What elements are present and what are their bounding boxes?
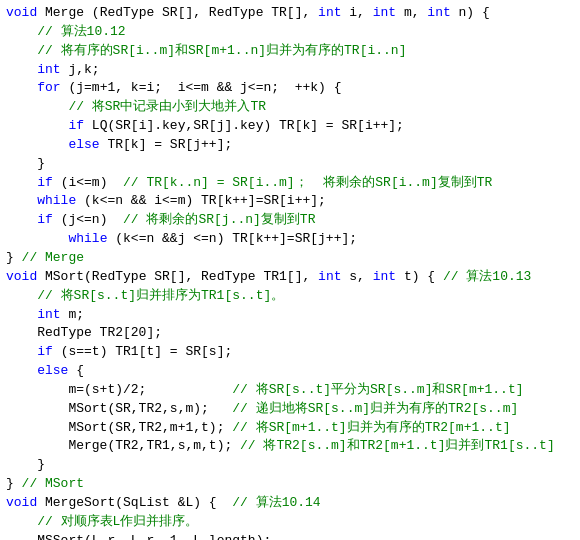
keyword-token: int bbox=[373, 269, 396, 284]
comment-token: // 将剩余的SR[j..n]复制到TR bbox=[123, 212, 315, 227]
keyword-token: int bbox=[318, 269, 341, 284]
code-token bbox=[6, 137, 68, 152]
comment-token: // Merge bbox=[22, 250, 84, 265]
code-line: if (s==t) TR1[t] = SR[s]; bbox=[6, 343, 574, 362]
code-token bbox=[6, 307, 37, 322]
code-token: j,k; bbox=[61, 62, 100, 77]
code-token: (j<=n) bbox=[53, 212, 123, 227]
code-token: } bbox=[6, 156, 45, 171]
code-line: if (i<=m) // TR[k..n] = SR[i..m]； 将剩余的SR… bbox=[6, 174, 574, 193]
code-line: } // MSort bbox=[6, 475, 574, 494]
code-token: MSort(RedType SR[], RedType TR1[], bbox=[37, 269, 318, 284]
code-line: } // Merge bbox=[6, 249, 574, 268]
keyword-token: int bbox=[373, 5, 396, 20]
comment-token: // 将有序的SR[i..m]和SR[m+1..n]归并为有序的TR[i..n] bbox=[6, 43, 406, 58]
code-token bbox=[6, 118, 68, 133]
comment-token: // 将SR[m+1..t]归并为有序的TR2[m+1..t] bbox=[232, 420, 510, 435]
code-line: void MergeSort(SqList &L) { // 算法10.14 bbox=[6, 494, 574, 513]
comment-token: // 算法10.12 bbox=[6, 24, 126, 39]
keyword-token: int bbox=[318, 5, 341, 20]
keyword-token: while bbox=[68, 231, 107, 246]
keyword-token: else bbox=[37, 363, 68, 378]
comment-token: // 递归地将SR[s..m]归并为有序的TR2[s..m] bbox=[232, 401, 518, 416]
comment-token: // 算法10.14 bbox=[232, 495, 320, 510]
code-container: void Merge (RedType SR[], RedType TR[], … bbox=[0, 0, 580, 540]
code-line: for (j=m+1, k=i; i<=m && j<=n; ++k) { bbox=[6, 79, 574, 98]
code-line: while (k<=n &&j <=n) TR[k++]=SR[j++]; bbox=[6, 230, 574, 249]
code-line: while (k<=n && i<=m) TR[k++]=SR[i++]; bbox=[6, 192, 574, 211]
code-token: RedType TR2[20]; bbox=[6, 325, 162, 340]
keyword-token: int bbox=[37, 307, 60, 322]
code-token bbox=[6, 193, 37, 208]
code-line: MSSort(L.r, L.r, 1, L.length); bbox=[6, 532, 574, 540]
code-line: int j,k; bbox=[6, 61, 574, 80]
keyword-token: if bbox=[68, 118, 84, 133]
code-line: // 对顺序表L作归并排序。 bbox=[6, 513, 574, 532]
code-token: TR[k] = SR[j++]; bbox=[100, 137, 233, 152]
code-line: // 算法10.12 bbox=[6, 23, 574, 42]
keyword-token: if bbox=[37, 212, 53, 227]
code-line: void Merge (RedType SR[], RedType TR[], … bbox=[6, 4, 574, 23]
comment-token: // MSort bbox=[22, 476, 84, 491]
code-line: if LQ(SR[i].key,SR[j].key) TR[k] = SR[i+… bbox=[6, 117, 574, 136]
keyword-token: void bbox=[6, 5, 37, 20]
code-line: RedType TR2[20]; bbox=[6, 324, 574, 343]
code-line: MSort(SR,TR2,s,m); // 递归地将SR[s..m]归并为有序的… bbox=[6, 400, 574, 419]
code-token: (j=m+1, k=i; i<=m && j<=n; ++k) { bbox=[61, 80, 342, 95]
comment-token: // 对顺序表L作归并排序。 bbox=[6, 514, 198, 529]
code-line: int m; bbox=[6, 306, 574, 325]
code-token bbox=[6, 62, 37, 77]
keyword-token: void bbox=[6, 269, 37, 284]
keyword-token: if bbox=[37, 175, 53, 190]
code-token: m, bbox=[396, 5, 427, 20]
code-line: Merge(TR2,TR1,s,m,t); // 将TR2[s..m]和TR2[… bbox=[6, 437, 574, 456]
code-line: // 将有序的SR[i..m]和SR[m+1..n]归并为有序的TR[i..n] bbox=[6, 42, 574, 61]
code-token: MSort(SR,TR2,s,m); bbox=[6, 401, 232, 416]
code-token: (s==t) TR1[t] = SR[s]; bbox=[53, 344, 232, 359]
code-token: MSort(SR,TR2,m+1,t); bbox=[6, 420, 232, 435]
code-token: n) { bbox=[451, 5, 490, 20]
keyword-token: int bbox=[37, 62, 60, 77]
code-token: s, bbox=[341, 269, 372, 284]
code-token: } bbox=[6, 250, 22, 265]
keyword-token: void bbox=[6, 495, 37, 510]
code-token: i, bbox=[341, 5, 372, 20]
code-token: Merge(TR2,TR1,s,m,t); bbox=[6, 438, 240, 453]
code-token bbox=[6, 80, 37, 95]
code-token bbox=[6, 175, 37, 190]
code-token: MergeSort(SqList &L) { bbox=[37, 495, 232, 510]
code-token: (k<=n && i<=m) TR[k++]=SR[i++]; bbox=[76, 193, 326, 208]
code-line: // 将SR[s..t]归并排序为TR1[s..t]。 bbox=[6, 287, 574, 306]
code-token bbox=[6, 212, 37, 227]
code-token: t) { bbox=[396, 269, 443, 284]
code-token: } bbox=[6, 476, 22, 491]
code-token: { bbox=[68, 363, 84, 378]
code-token: m; bbox=[61, 307, 84, 322]
code-token bbox=[6, 344, 37, 359]
comment-token: // 将SR中记录由小到大地并入TR bbox=[6, 99, 266, 114]
code-line: else TR[k] = SR[j++]; bbox=[6, 136, 574, 155]
keyword-token: for bbox=[37, 80, 60, 95]
keyword-token: while bbox=[37, 193, 76, 208]
code-token: Merge (RedType SR[], RedType TR[], bbox=[37, 5, 318, 20]
keyword-token: int bbox=[427, 5, 450, 20]
code-token: m=(s+t)/2; bbox=[6, 382, 232, 397]
comment-token: // 将SR[s..t]归并排序为TR1[s..t]。 bbox=[6, 288, 284, 303]
code-token: (k<=n &&j <=n) TR[k++]=SR[j++]; bbox=[107, 231, 357, 246]
code-token bbox=[6, 231, 68, 246]
code-line: void MSort(RedType SR[], RedType TR1[], … bbox=[6, 268, 574, 287]
code-line: else { bbox=[6, 362, 574, 381]
code-line: } bbox=[6, 155, 574, 174]
comment-token: // 算法10.13 bbox=[443, 269, 531, 284]
comment-token: // 将TR2[s..m]和TR2[m+1..t]归并到TR1[s..t] bbox=[240, 438, 555, 453]
code-line: // 将SR中记录由小到大地并入TR bbox=[6, 98, 574, 117]
code-line: MSort(SR,TR2,m+1,t); // 将SR[m+1..t]归并为有序… bbox=[6, 419, 574, 438]
code-token: LQ(SR[i].key,SR[j].key) TR[k] = SR[i++]; bbox=[84, 118, 404, 133]
code-line: m=(s+t)/2; // 将SR[s..t]平分为SR[s..m]和SR[m+… bbox=[6, 381, 574, 400]
code-line: } bbox=[6, 456, 574, 475]
code-token bbox=[6, 363, 37, 378]
code-token: } bbox=[6, 457, 45, 472]
code-token: (i<=m) bbox=[53, 175, 123, 190]
code-line: if (j<=n) // 将剩余的SR[j..n]复制到TR bbox=[6, 211, 574, 230]
comment-token: // 将SR[s..t]平分为SR[s..m]和SR[m+1..t] bbox=[232, 382, 523, 397]
